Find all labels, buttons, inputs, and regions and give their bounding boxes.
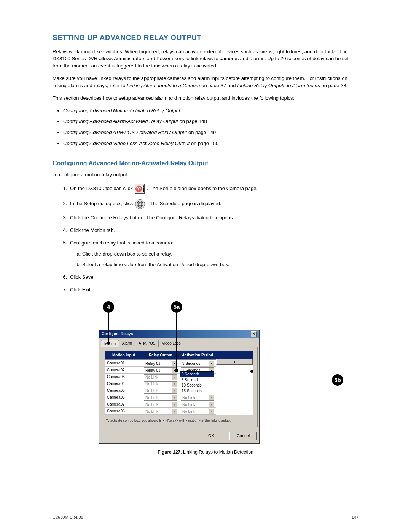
topic-list: Configuring Advanced Motion-Activated Re…: [53, 107, 358, 147]
dropdown-option[interactable]: 15 Seconds: [180, 388, 214, 394]
topic-link[interactable]: Configuring Advanced Motion-Activated Re…: [63, 108, 180, 113]
table-cell: Camera07: [105, 401, 142, 408]
relay-output-combo[interactable]: No Link▾: [144, 381, 177, 387]
text: on page 150: [190, 141, 218, 146]
relay-output-combo[interactable]: No Link▾: [144, 388, 177, 394]
activation-period-combo[interactable]: No Link▾: [181, 395, 214, 401]
text: on page 148: [178, 118, 207, 124]
text: In the Setup dialog box, click: [70, 201, 134, 206]
text: Configure each relay that is linked to a…: [70, 240, 174, 246]
procedure-lead: To configure a motion relay output:: [53, 171, 358, 179]
close-icon[interactable]: ×: [251, 331, 257, 337]
tab-motion[interactable]: Motion: [101, 340, 119, 348]
xref-link[interactable]: Linking Alarm Inputs to a Camera: [127, 83, 200, 88]
dropdown-option[interactable]: 5 Seconds: [180, 377, 214, 383]
text: on page 37 and: [201, 83, 237, 88]
figure-label: Figure 127.: [158, 449, 182, 455]
chevron-down-icon[interactable]: ▾: [172, 388, 177, 393]
leader-line: [309, 380, 332, 380]
step-5b: Select a relay time value from the Activ…: [82, 261, 358, 268]
table-cell: Camera08: [105, 408, 142, 415]
scroll-up-button[interactable]: ▴: [216, 359, 253, 365]
dropdown-option[interactable]: 10 Seconds: [180, 383, 214, 388]
table-cell: Camera01: [105, 360, 142, 367]
chevron-down-icon[interactable]: ▾: [172, 402, 177, 407]
toolbar-setup-icon: ♈┇: [135, 184, 145, 194]
figure-text: Linking Relays to Motion Detection: [182, 449, 253, 455]
text: . The Setup dialog box opens to the Came…: [147, 185, 258, 191]
subsection-heading: Configuring Advanced Motion-Activated Re…: [53, 159, 358, 168]
table-cell: Camera03: [105, 374, 142, 380]
text: . The Schedule page is displayed.: [147, 201, 221, 206]
dropdown-option[interactable]: 3 Seconds: [180, 372, 214, 377]
text: On the DX8100 toolbar, click: [70, 185, 134, 191]
para-intro-1: Relays work much like switches. When tri…: [53, 48, 358, 70]
topic-link[interactable]: Configuring Advanced Alarm-Activated Rel…: [63, 118, 178, 124]
leader-line: [108, 313, 109, 342]
topic-link[interactable]: Configuring Advanced ATM/POS-Activated R…: [63, 129, 187, 135]
dialog-hint: To activate combo box, you should link <…: [105, 415, 253, 424]
tab-videoloss[interactable]: Video Loss: [158, 340, 184, 347]
dialog-title: Configure Relays: [102, 331, 133, 337]
step-5a: Click the drop-down box to select a rela…: [82, 251, 358, 258]
dialog-titlebar: Configure Relays ×: [99, 330, 259, 338]
col-header-relay-output: Relay Output: [142, 351, 179, 360]
col-header-motion-input: Motion Input: [105, 351, 142, 360]
para-topics-lead: This section describes how to setup adva…: [53, 95, 358, 102]
step-5: Configure each relay that is linked to a…: [68, 240, 358, 269]
table-cell: Camera04: [105, 380, 142, 387]
figure-127: 4 5a 5b Configure Relays × Motion Alarm …: [99, 309, 312, 455]
leader-dot: [175, 369, 178, 372]
ok-button[interactable]: OK: [198, 432, 225, 440]
chevron-down-icon[interactable]: ▾: [172, 409, 177, 414]
step-7: Click Exit.: [68, 286, 358, 294]
callout-4: 4: [103, 301, 114, 313]
text: on page 149: [187, 129, 216, 135]
col-header-activation-period: Activation Period: [179, 351, 216, 360]
relay-output-combo[interactable]: Relay 01▾: [144, 361, 177, 366]
step-3: Click the Configure Relays button. The C…: [68, 214, 358, 222]
relay-output-combo[interactable]: Relay 03▾: [144, 367, 177, 373]
callout-5b: 5b: [332, 374, 343, 386]
activation-period-combo[interactable]: 3 Seconds▾: [181, 361, 214, 366]
chevron-down-icon[interactable]: ▾: [172, 375, 177, 380]
leader-line: [176, 313, 177, 370]
step-1: On the DX8100 toolbar, click ♈┇ . The Se…: [68, 184, 358, 194]
relay-output-combo[interactable]: No Link▾: [144, 395, 177, 401]
activation-period-combo[interactable]: No Link▾: [181, 409, 214, 414]
table-cell: Camera05: [105, 387, 142, 394]
table-cell: Camera02: [105, 367, 142, 374]
relay-table: Motion Input Camera01 Camera02 Camera03 …: [105, 351, 253, 415]
step-2: In the Setup dialog box, click 1 . The S…: [68, 199, 358, 209]
footer-page-number: 147: [352, 514, 358, 521]
procedure-steps: On the DX8100 toolbar, click ♈┇ . The Se…: [53, 184, 358, 294]
callout-5a: 5a: [171, 301, 182, 313]
chevron-down-icon[interactable]: ▾: [209, 361, 214, 366]
relay-output-combo[interactable]: No Link▾: [144, 409, 177, 414]
activation-period-combo[interactable]: No Link▾: [181, 402, 214, 407]
xref-link[interactable]: Linking Relay Outputs to Alarm Inputs: [237, 83, 320, 88]
svg-text:1: 1: [139, 203, 141, 206]
table-cell: Camera06: [105, 394, 142, 401]
tab-atmpos[interactable]: ATM/POS: [135, 340, 159, 347]
configure-relays-dialog: Configure Relays × Motion Alarm ATM/POS …: [99, 330, 260, 444]
chevron-down-icon[interactable]: ▾: [209, 395, 214, 400]
leader-dot: [107, 342, 110, 345]
footer-doc-id: C2630M-B (4/08): [53, 514, 84, 521]
chevron-down-icon[interactable]: ▾: [209, 402, 214, 407]
relay-output-combo[interactable]: No Link▾: [144, 374, 177, 380]
topic-link[interactable]: Configuring Advanced Video Loss-Activate…: [63, 141, 190, 146]
step-4: Click the Motion tab.: [68, 227, 358, 234]
text: on page 38.: [322, 83, 348, 88]
chevron-down-icon[interactable]: ▾: [209, 409, 214, 414]
section-heading: SETTING UP ADVANCED RELAY OUTPUT: [53, 32, 358, 43]
schedule-icon: 1: [135, 199, 145, 209]
para-intro-2: Make sure you have linked relays to the …: [53, 75, 358, 89]
relay-output-combo[interactable]: No Link▾: [144, 402, 177, 407]
chevron-down-icon[interactable]: ▾: [172, 382, 177, 387]
activation-period-dropdown[interactable]: 3 Seconds 5 Seconds 10 Seconds 15 Second…: [180, 371, 214, 394]
tab-alarm[interactable]: Alarm: [119, 340, 135, 347]
figure-caption: Figure 127. Linking Relays to Motion Det…: [99, 449, 312, 455]
chevron-down-icon[interactable]: ▾: [172, 395, 177, 400]
cancel-button[interactable]: Cancel: [229, 432, 257, 440]
